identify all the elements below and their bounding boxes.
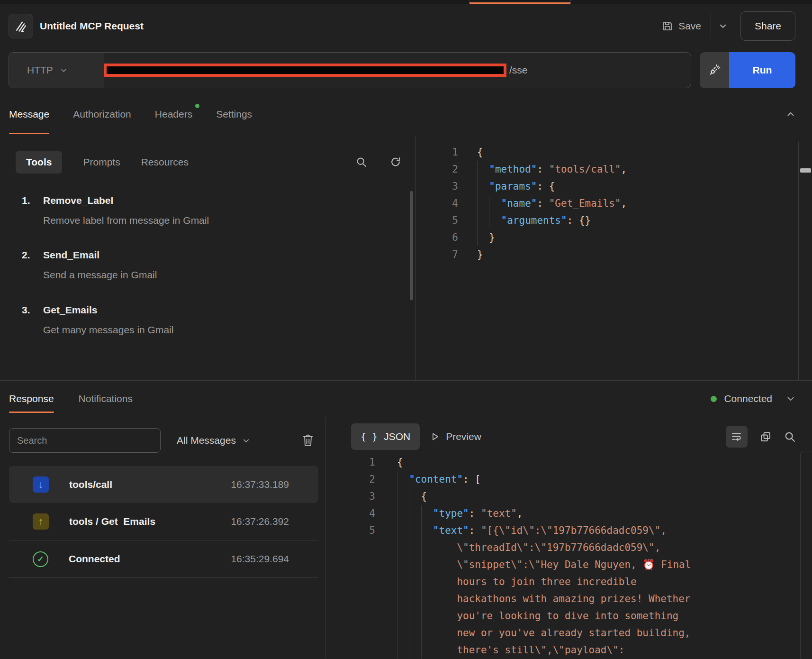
code-text: "text": "[{\"id\":\"197b77666dadc059\", <box>375 522 667 539</box>
message-row[interactable]: ↑tools / Get_Emails16:37:26.392 <box>9 503 318 540</box>
indent-guide <box>477 212 489 229</box>
response-code-lines: 1{2"content": [3{4"type": "text",5"text"… <box>325 454 812 659</box>
subtab-tools[interactable]: Tools <box>16 151 62 174</box>
redacted-url <box>104 64 506 77</box>
token: hours to join three incredible <box>457 576 636 587</box>
message-timestamp: 16:37:33.189 <box>231 479 289 490</box>
indent-guide <box>397 573 409 590</box>
disconnect-plug-icon[interactable] <box>700 52 729 88</box>
line-number: 6 <box>416 229 458 246</box>
word-wrap-toggle[interactable] <box>726 426 748 448</box>
view-tab-preview[interactable]: Preview <box>430 431 481 442</box>
tool-list-item[interactable]: 1.Remove_LabelRemove label from message … <box>22 195 373 227</box>
tools-list: 1.Remove_LabelRemove label from message … <box>0 195 415 336</box>
code-text: "name": "Get_Emails", <box>458 195 627 212</box>
chevron-down-icon <box>60 67 67 74</box>
code-line: 2"content": [ <box>325 471 812 488</box>
tool-name-row: 3.Get_Emails <box>22 304 373 316</box>
token: , <box>517 508 523 519</box>
indent-guide <box>409 624 421 641</box>
tab-headers[interactable]: Headers <box>155 92 192 136</box>
message-label: tools / Get_Emails <box>69 516 155 527</box>
indent-guide <box>477 161 489 178</box>
message-timestamp: 16:37:26.392 <box>231 516 289 527</box>
response-scrollbar-track[interactable] <box>800 451 812 659</box>
refresh-icon[interactable] <box>390 156 401 168</box>
token: "type" <box>433 508 469 519</box>
tool-list-item[interactable]: 2.Send_EmailSend a message in Gmail <box>22 249 373 281</box>
connect-run-group: Run <box>700 52 795 88</box>
indent-guide <box>397 505 409 522</box>
filter-label: All Messages <box>177 435 236 446</box>
tab-response[interactable]: Response <box>9 381 54 417</box>
search-icon[interactable] <box>356 156 367 168</box>
editor-scrollbar-track <box>798 142 812 380</box>
indent-guide <box>421 590 433 607</box>
run-button[interactable]: Run <box>729 52 795 88</box>
search-input[interactable] <box>9 428 161 453</box>
tab-notifications[interactable]: Notifications <box>79 381 133 417</box>
collapse-panel-chevron-up-icon[interactable] <box>786 110 795 119</box>
wrap-indent <box>433 539 457 556</box>
subtab-prompts[interactable]: Prompts <box>83 151 120 174</box>
response-json-viewer[interactable]: 1{2"content": [3{4"type": "text",5"text"… <box>325 454 812 659</box>
message-label: tools/call <box>69 479 112 490</box>
line-number <box>325 607 375 624</box>
save-menu-chevron-icon[interactable] <box>719 22 727 30</box>
header-divider <box>711 13 711 39</box>
indent-guide <box>397 590 409 607</box>
wrap-indent <box>433 556 457 573</box>
save-button[interactable]: Save <box>662 20 701 32</box>
share-button[interactable]: Share <box>740 11 795 41</box>
active-tab-indicator <box>469 2 570 4</box>
url-input[interactable]: /sse <box>104 53 691 88</box>
line-number: 2 <box>325 471 375 488</box>
request-code-lines: 1{2"method": "tools/call",3"params": {4"… <box>416 144 812 263</box>
message-panel: ToolsPromptsResources 1.Remove_LabelRemo… <box>0 136 812 380</box>
indent-guide <box>477 229 489 246</box>
subtab-resources[interactable]: Resources <box>141 151 189 174</box>
response-tabs-row: ResponseNotifications Connected <box>0 381 812 417</box>
indent-guide <box>397 556 409 573</box>
line-number: 1 <box>325 454 375 471</box>
connection-status-label: Connected <box>724 393 772 404</box>
message-row[interactable]: ✓Connected16:35:29.694 <box>9 540 318 577</box>
url-suffix: /sse <box>509 64 528 76</box>
code-line: there's still\",\"payload\": <box>325 641 812 659</box>
tool-description: Send a message in Gmail <box>43 268 373 281</box>
line-number <box>325 573 375 590</box>
page-title: Untitled MCP Request <box>40 20 144 32</box>
search-icon[interactable] <box>784 431 796 443</box>
token: "params" <box>489 181 537 192</box>
line-number: 1 <box>416 144 458 161</box>
tool-list-item[interactable]: 3.Get_EmailsGet many messages in Gmail <box>22 304 373 336</box>
view-tab-json[interactable]: { } JSON <box>351 423 420 450</box>
wrap-indent <box>433 607 457 624</box>
tab-authorization[interactable]: Authorization <box>73 92 131 136</box>
tab-settings[interactable]: Settings <box>216 92 252 136</box>
indent-guide <box>397 522 409 539</box>
message-row[interactable]: ↓tools/call16:37:33.189 <box>9 466 318 503</box>
copy-icon[interactable] <box>760 431 772 443</box>
indent-guide <box>421 624 433 641</box>
tools-panel: ToolsPromptsResources 1.Remove_LabelRemo… <box>0 136 416 380</box>
response-section: ResponseNotifications Connected All Mess… <box>0 381 812 659</box>
save-label: Save <box>678 20 701 32</box>
editor-scrollbar-thumb[interactable] <box>800 168 811 173</box>
message-filter-dropdown[interactable]: All Messages <box>177 435 250 446</box>
tab-message[interactable]: Message <box>9 92 49 136</box>
code-text: { <box>375 488 427 505</box>
indent-guide <box>397 641 409 659</box>
protocol-dropdown[interactable]: HTTP <box>9 53 104 88</box>
token: : <box>537 164 549 175</box>
indent-guide <box>397 607 409 624</box>
code-text: "arguments": {} <box>458 212 591 229</box>
line-number: 2 <box>416 161 458 178</box>
code-line: 3{ <box>325 488 812 505</box>
trash-icon[interactable] <box>302 434 314 447</box>
connection-status-dropdown[interactable]: Connected <box>711 393 795 404</box>
tools-scrollbar[interactable] <box>410 191 413 300</box>
indent-guide <box>421 641 433 659</box>
header-actions: Save Share <box>662 11 795 41</box>
request-json-editor[interactable]: 1{2"method": "tools/call",3"params": {4"… <box>416 136 812 380</box>
